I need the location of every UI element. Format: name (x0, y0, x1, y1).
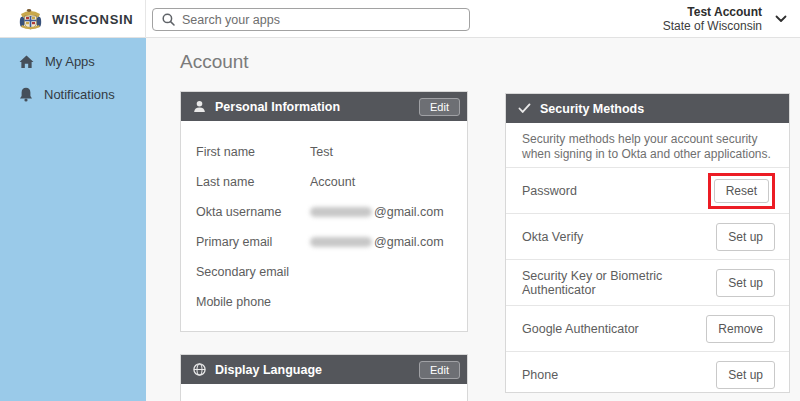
security-row-label: Google Authenticator (522, 322, 645, 336)
personal-information-card: Personal Information Edit First name Tes… (180, 91, 468, 332)
security-methods-header: Security Methods (506, 94, 789, 123)
okta-account-page: WISCONSIN Test Account State of Wisconsi… (0, 0, 800, 401)
brand-area: WISCONSIN (0, 0, 146, 38)
remove-google-authenticator-button[interactable]: Remove (706, 315, 775, 343)
edit-personal-info-button[interactable]: Edit (419, 98, 460, 116)
security-description: Security methods help your account secur… (506, 123, 789, 168)
field-value: Test (310, 145, 333, 159)
security-row-label: Phone (522, 368, 564, 382)
field-value: Account (310, 175, 355, 189)
reset-password-button[interactable]: Reset (714, 179, 769, 203)
card-title: Security Methods (540, 102, 782, 116)
field-label: Mobile phone (196, 295, 310, 309)
person-icon (193, 100, 206, 113)
field-mobile-phone: Mobile phone (181, 287, 467, 317)
personal-information-header: Personal Information Edit (181, 92, 467, 121)
search-input[interactable] (152, 8, 470, 31)
field-secondary-email: Secondary email (181, 257, 467, 287)
field-value: @gmail.com (310, 205, 444, 219)
top-header: WISCONSIN Test Account State of Wisconsi… (0, 0, 800, 38)
personal-information-body: First name Test Last name Account Okta u… (181, 121, 467, 317)
check-icon (518, 103, 531, 114)
sidebar-item-my-apps[interactable]: My Apps (0, 45, 146, 78)
field-last-name: Last name Account (181, 167, 467, 197)
redacted-text (310, 237, 372, 247)
bell-icon (19, 87, 33, 102)
setup-security-key-button[interactable]: Set up (716, 269, 775, 297)
search-field[interactable] (182, 13, 460, 27)
brand-name: WISCONSIN (52, 12, 133, 27)
field-label: Secondary email (196, 265, 310, 279)
search-icon (162, 13, 175, 26)
redacted-text (310, 207, 372, 217)
security-row-google-authenticator: Google Authenticator Remove (506, 306, 789, 352)
field-okta-username: Okta username @gmail.com (181, 197, 467, 227)
card-title: Display Language (215, 363, 410, 377)
security-row-label: Okta Verify (522, 230, 589, 244)
page-title: Account (180, 51, 249, 73)
security-row-security-key: Security Key or Biometric Authenticator … (506, 260, 789, 306)
setup-okta-verify-button[interactable]: Set up (716, 223, 775, 251)
field-label: Last name (196, 175, 310, 189)
home-icon (19, 55, 34, 69)
sidebar-item-label: My Apps (45, 54, 95, 69)
security-row-phone: Phone Set up (506, 352, 789, 393)
display-language-card: Display Language Edit (180, 354, 468, 401)
annotation-red-box: Reset (708, 173, 775, 209)
edit-display-language-button[interactable]: Edit (419, 361, 460, 379)
security-row-label: Password (522, 184, 583, 198)
sidebar: My Apps Notifications (0, 38, 146, 401)
security-row-password: Password Reset (506, 168, 789, 214)
display-language-header: Display Language Edit (181, 355, 467, 384)
security-row-okta-verify: Okta Verify Set up (506, 214, 789, 260)
sidebar-item-label: Notifications (44, 87, 115, 102)
security-methods-card: Security Methods Security methods help y… (505, 93, 790, 393)
globe-icon (193, 363, 206, 376)
field-label: Okta username (196, 205, 310, 219)
field-primary-email: Primary email @gmail.com (181, 227, 467, 257)
field-value: @gmail.com (310, 235, 444, 249)
wisconsin-crest-icon (18, 7, 43, 32)
user-menu[interactable]: Test Account State of Wisconsin (663, 5, 787, 33)
setup-phone-button[interactable]: Set up (716, 361, 775, 389)
chevron-down-icon (775, 15, 787, 23)
user-name: Test Account (687, 5, 762, 19)
field-label: Primary email (196, 235, 310, 249)
user-org: State of Wisconsin (663, 19, 762, 33)
field-first-name: First name Test (181, 137, 467, 167)
security-row-label: Security Key or Biometric Authenticator (522, 269, 716, 297)
field-label: First name (196, 145, 310, 159)
sidebar-item-notifications[interactable]: Notifications (0, 78, 146, 111)
main-content: Account Personal Information Edit First … (146, 38, 800, 401)
card-title: Personal Information (215, 100, 410, 114)
user-info: Test Account State of Wisconsin (663, 5, 762, 33)
